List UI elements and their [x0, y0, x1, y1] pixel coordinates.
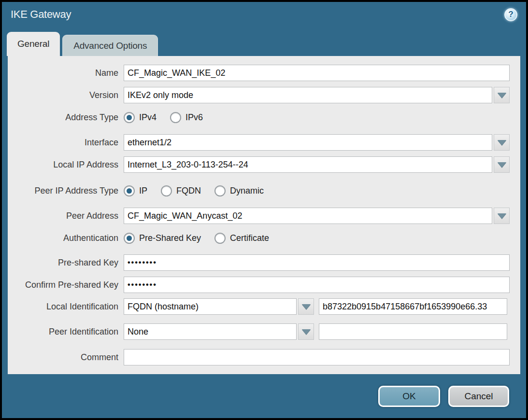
name-row: Name — [8, 65, 520, 81]
peer-address-row: Peer Address — [8, 208, 520, 224]
radio-ipv4[interactable] — [124, 112, 135, 123]
comment-row: Comment — [8, 349, 520, 365]
tab-advanced-options-label: Advanced Options — [73, 41, 147, 51]
radio-option-ipv4[interactable]: IPv4 — [124, 112, 157, 123]
radio-fqdn[interactable] — [161, 185, 172, 196]
radio-dynamic-label: Dynamic — [230, 186, 264, 196]
comment-label: Comment — [8, 352, 124, 363]
ok-button[interactable]: OK — [378, 386, 440, 407]
peer-address-select[interactable] — [124, 208, 492, 224]
address-type-radio-group: IPv4 IPv6 — [124, 112, 216, 123]
name-input[interactable] — [124, 65, 510, 81]
address-type-label: Address Type — [8, 112, 124, 123]
name-label: Name — [8, 68, 124, 78]
interface-label: Interface — [8, 138, 124, 148]
authentication-radio-group: Pre-Shared Key Certificate — [124, 233, 283, 244]
radio-option-pre-shared-key[interactable]: Pre-Shared Key — [124, 233, 201, 244]
version-row: Version — [8, 87, 520, 103]
radio-fqdn-label: FQDN — [176, 186, 201, 196]
chevron-down-icon — [498, 93, 506, 98]
local-identification-value-input[interactable] — [319, 298, 507, 315]
chevron-down-icon — [498, 140, 506, 145]
radio-option-ip[interactable]: IP — [124, 185, 147, 196]
peer-identification-row: Peer Identification — [8, 323, 520, 340]
comment-input[interactable] — [124, 349, 510, 365]
local-ip-dropdown-button[interactable] — [494, 156, 510, 173]
tab-general[interactable]: General — [7, 32, 60, 56]
radio-pre-shared-key-label: Pre-Shared Key — [139, 233, 201, 243]
radio-pre-shared-key[interactable] — [124, 233, 135, 244]
radio-ipv6-label: IPv6 — [186, 112, 203, 123]
peer-identification-label: Peer Identification — [8, 327, 124, 337]
peer-ip-type-row: Peer IP Address Type IP FQDN Dynamic — [8, 184, 520, 197]
peer-identification-type-select[interactable] — [124, 323, 297, 340]
confirm-pre-shared-key-input[interactable] — [124, 277, 510, 293]
authentication-label: Authentication — [8, 233, 124, 243]
dialog-title: IKE Gateway — [11, 8, 71, 21]
local-ip-select[interactable] — [124, 156, 492, 173]
tab-general-label: General — [17, 39, 49, 49]
radio-option-fqdn[interactable]: FQDN — [161, 185, 201, 196]
local-ip-label: Local IP Address — [8, 160, 124, 170]
local-identification-dropdown-button[interactable] — [298, 298, 314, 315]
interface-row: Interface — [8, 134, 520, 151]
chevron-down-icon — [498, 162, 506, 168]
radio-ipv6[interactable] — [170, 112, 181, 123]
local-identification-row: Local Identification — [8, 298, 520, 315]
tab-advanced-options[interactable]: Advanced Options — [62, 35, 158, 56]
radio-ipv4-label: IPv4 — [139, 112, 157, 123]
chevron-down-icon — [498, 213, 506, 219]
interface-dropdown-button[interactable] — [494, 134, 510, 151]
peer-address-dropdown-button[interactable] — [494, 208, 510, 224]
title-bar: IKE Gateway ? — [2, 2, 526, 27]
radio-dynamic[interactable] — [214, 185, 226, 196]
radio-certificate[interactable] — [214, 233, 226, 244]
peer-ip-type-radio-group: IP FQDN Dynamic — [124, 185, 277, 196]
version-label: Version — [8, 90, 124, 100]
radio-option-certificate[interactable]: Certificate — [214, 233, 269, 244]
peer-ip-type-label: Peer IP Address Type — [8, 186, 124, 196]
peer-address-label: Peer Address — [8, 211, 124, 221]
pre-shared-key-input[interactable] — [124, 254, 510, 271]
pre-shared-key-row: Pre-shared Key — [8, 254, 520, 271]
peer-identification-dropdown-button[interactable] — [298, 323, 314, 340]
confirm-pre-shared-key-row: Confirm Pre-shared Key — [8, 277, 520, 293]
radio-option-ipv6[interactable]: IPv6 — [170, 112, 203, 123]
peer-identification-value-input[interactable] — [319, 323, 507, 340]
chevron-down-icon — [302, 304, 311, 309]
general-tab-panel: Name Version Address Type IPv4 — [8, 56, 520, 374]
version-select[interactable] — [124, 87, 492, 103]
radio-option-dynamic[interactable]: Dynamic — [214, 185, 264, 196]
radio-ip-label: IP — [139, 186, 147, 196]
radio-certificate-label: Certificate — [230, 233, 269, 243]
help-icon[interactable]: ? — [504, 8, 517, 21]
dialog-frame: IKE Gateway ? General Advanced Options N… — [0, 0, 528, 420]
radio-ip[interactable] — [124, 185, 135, 196]
ike-gateway-dialog: IKE Gateway ? General Advanced Options N… — [2, 2, 526, 418]
local-identification-type-select[interactable] — [124, 298, 297, 315]
local-ip-row: Local IP Address — [8, 156, 520, 173]
pre-shared-key-label: Pre-shared Key — [8, 258, 124, 268]
chevron-down-icon — [302, 329, 311, 335]
confirm-pre-shared-key-label: Confirm Pre-shared Key — [8, 280, 124, 290]
interface-select[interactable] — [124, 134, 492, 151]
tab-bar: General Advanced Options — [2, 27, 526, 56]
version-dropdown-button[interactable] — [494, 87, 510, 103]
local-identification-label: Local Identification — [8, 302, 124, 312]
authentication-row: Authentication Pre-Shared Key Certificat… — [8, 232, 520, 244]
dialog-footer: OK Cancel — [2, 374, 526, 418]
address-type-row: Address Type IPv4 IPv6 — [8, 111, 520, 124]
cancel-button[interactable]: Cancel — [448, 386, 509, 407]
